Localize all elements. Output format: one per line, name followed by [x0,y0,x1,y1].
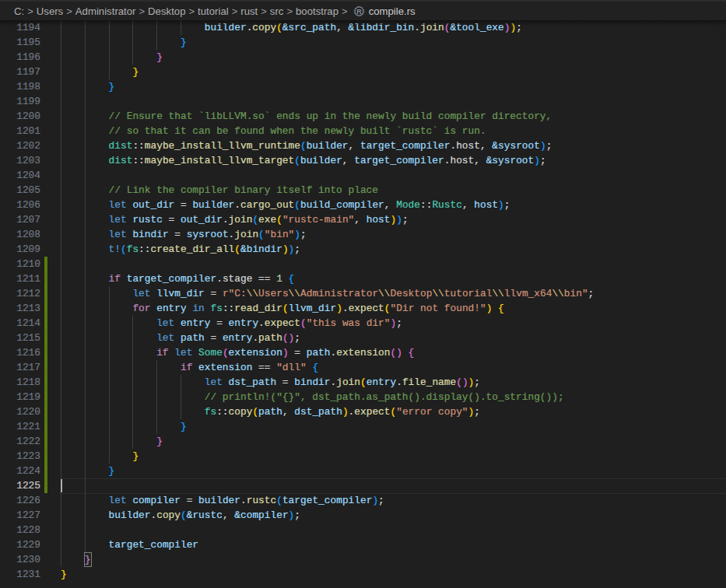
svg-text:R: R [356,7,362,15]
